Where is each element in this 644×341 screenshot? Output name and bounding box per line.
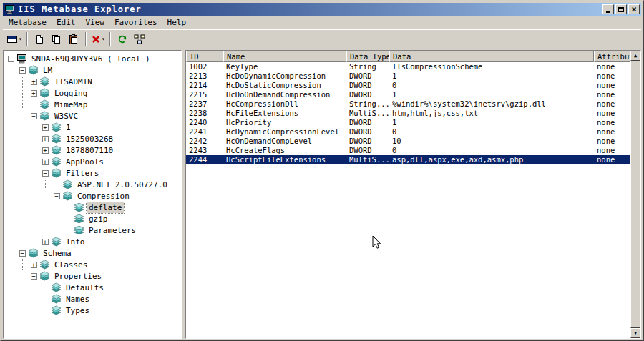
tree-node-properties[interactable]: −Properties — [5, 270, 180, 282]
tree-expander[interactable]: − — [51, 190, 62, 202]
list-row-2241[interactable]: 2241HcDynamicCompressionLevelDWORD0none — [186, 127, 630, 137]
list-row-2243[interactable]: 2243HcCreateFlagsDWORD0none — [186, 146, 630, 155]
vertical-scrollbar[interactable]: ▲ ▼ — [630, 51, 640, 338]
tree-indent — [16, 133, 28, 144]
tree-node-classes[interactable]: +Classes — [5, 259, 180, 270]
tree-leaf-space — [39, 282, 51, 293]
tree-node-schema[interactable]: −Schema — [5, 247, 180, 259]
list-row-2240[interactable]: 2240HcPriorityDWORD1none — [186, 118, 630, 127]
column-header-data_type[interactable]: Data Type — [346, 51, 389, 62]
network-button[interactable] — [131, 31, 148, 47]
tree-expander[interactable]: + — [28, 87, 39, 99]
menu-item-help[interactable]: Help — [162, 16, 192, 29]
tree-node-logging[interactable]: +Logging — [5, 87, 180, 99]
tree-node-gzip[interactable]: gzip — [5, 213, 180, 224]
tree-expander[interactable]: − — [16, 64, 28, 76]
list-row-2215[interactable]: 2215HcDoOnDemandCompressionDWORD1none — [186, 90, 630, 99]
list-row-2237[interactable]: 2237HcCompressionDllString...%windir%\sy… — [186, 99, 630, 109]
cell-name: HcDynamicCompressionLevel — [223, 127, 346, 137]
menu-item-view[interactable]: View — [80, 16, 109, 29]
cell-data: 10 — [389, 137, 594, 146]
cell-id: 2237 — [186, 99, 223, 109]
cell-attributes: none — [594, 118, 630, 127]
list-row-2238[interactable]: 2238HcFileExtensionsMultiS...htm,html,js… — [186, 109, 630, 118]
refresh-button[interactable] — [114, 31, 131, 47]
scroll-up-button[interactable]: ▲ — [630, 51, 640, 61]
navigate-button[interactable]: ▾ — [5, 31, 24, 47]
tree-expander[interactable]: + — [39, 236, 51, 247]
list-row-2244[interactable]: 2244HcScriptFileExtensionsMultiS...asp,d… — [186, 155, 630, 164]
tree-indent — [28, 133, 39, 144]
scrollbar-thumb[interactable] — [630, 61, 640, 328]
tree-node-defaults[interactable]: Defaults — [5, 282, 180, 293]
tree-expander[interactable]: + — [39, 156, 51, 167]
cell-attributes: none — [594, 99, 630, 109]
tree-expander[interactable]: + — [39, 133, 51, 144]
close-button[interactable]: × — [628, 4, 640, 14]
tree-node-asp-net-2-0-50727-0[interactable]: ASP.NET_2.0.50727.0 — [5, 179, 180, 190]
cell-attributes: none — [594, 146, 630, 155]
menu-item-favorites[interactable]: Favorites — [109, 16, 162, 29]
tree-node-filters[interactable]: −Filters — [5, 167, 180, 179]
tree-leaf-space — [39, 305, 51, 316]
title-bar[interactable]: IIS Metabase Explorer × — [3, 3, 641, 16]
key-icon — [51, 167, 64, 179]
tree-expander[interactable]: + — [28, 76, 39, 87]
scrollbar-track[interactable] — [630, 61, 640, 328]
key-icon — [51, 133, 64, 144]
key-icon — [51, 293, 64, 305]
expand-icon: + — [31, 262, 37, 268]
paste-button[interactable] — [65, 31, 82, 47]
tree-node-apppools[interactable]: +AppPools — [5, 156, 180, 167]
delete-button[interactable]: ▾ — [89, 31, 107, 47]
tree-node-mimemap[interactable]: MimeMap — [5, 99, 180, 110]
tree-node-types[interactable]: Types — [5, 305, 180, 316]
tree-node-parameters[interactable]: Parameters — [5, 224, 180, 236]
cell-name: HcDoOnDemandCompression — [223, 90, 346, 99]
scroll-down-button[interactable]: ▼ — [630, 328, 640, 338]
tree-indent — [5, 270, 16, 282]
cell-data_type: DWORD — [346, 118, 389, 127]
tree-expander[interactable]: + — [28, 259, 39, 270]
tree-expander[interactable]: + — [39, 122, 51, 133]
tree-node-compression[interactable]: −Compression — [5, 190, 180, 202]
column-header-id[interactable]: ID — [186, 51, 223, 62]
tree-node-label: 1525003268 — [64, 134, 115, 144]
tree-expander[interactable]: − — [5, 53, 16, 64]
key-icon — [39, 87, 52, 99]
tree-node-lm[interactable]: −LM — [5, 64, 180, 76]
tree-expander[interactable]: − — [39, 167, 51, 179]
tree-node-snda-69q3uyy3v6-local[interactable]: −SNDA-69Q3UYY3V6 ( local ) — [5, 53, 180, 64]
list-row-2214[interactable]: 2214HcDoStaticCompressionDWORD0none — [186, 81, 630, 90]
column-header-name[interactable]: Name — [223, 51, 346, 62]
list-row-2213[interactable]: 2213HcDoDynamicCompressionDWORD1none — [186, 71, 630, 81]
key-icon — [51, 156, 64, 167]
tree-node-1[interactable]: +1 — [5, 122, 180, 133]
cell-name: HcPriority — [223, 118, 346, 127]
list-body: 1002KeyTypeStringIIsCompressionSchemenon… — [186, 62, 630, 338]
menu-bar: MetabaseEditViewFavoritesHelp — [3, 16, 641, 29]
menu-item-edit[interactable]: Edit — [52, 16, 81, 29]
tree-expander[interactable]: + — [39, 144, 51, 156]
column-header-attributes[interactable]: Attributes — [594, 51, 630, 62]
column-header-data[interactable]: Data — [389, 51, 594, 62]
menu-item-metabase[interactable]: Metabase — [4, 16, 52, 29]
tree-node-info[interactable]: +Info — [5, 236, 180, 247]
tree-expander[interactable]: − — [16, 247, 28, 259]
tree-indent — [5, 156, 16, 167]
tree-node-names[interactable]: Names — [5, 293, 180, 305]
tree-node-1878807110[interactable]: +1878807110 — [5, 144, 180, 156]
copy-button[interactable] — [48, 31, 65, 47]
tree-expander[interactable]: − — [28, 270, 39, 282]
tree-node-1525003268[interactable]: +1525003268 — [5, 133, 180, 144]
minimize-button[interactable] — [602, 4, 614, 14]
maximize-button[interactable] — [615, 4, 627, 14]
cell-data_type: DWORD — [346, 90, 389, 99]
tree-expander[interactable]: − — [28, 110, 39, 122]
tree-node-deflate[interactable]: deflate — [5, 202, 180, 213]
list-row-1002[interactable]: 1002KeyTypeStringIIsCompressionSchemenon… — [186, 62, 630, 71]
tree-node-iisadmin[interactable]: +IISADMIN — [5, 76, 180, 87]
list-row-2242[interactable]: 2242HcOnDemandCompLevelDWORD10none — [186, 137, 630, 146]
tree-node-w3svc[interactable]: −W3SVC — [5, 110, 180, 122]
new-key-button[interactable] — [31, 31, 48, 47]
